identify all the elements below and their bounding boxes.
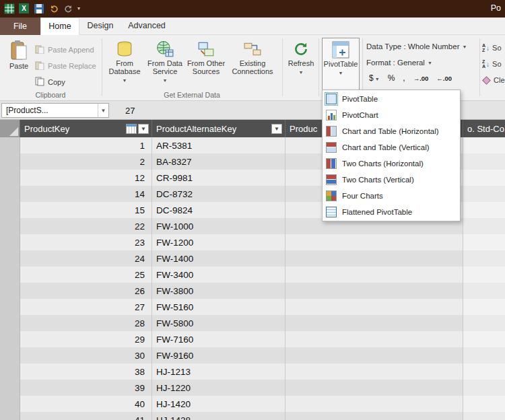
name-box[interactable]: [ProductS... ▼ <box>1 103 109 118</box>
menu-item-two-charts-v[interactable]: Two Charts (Vertical) <box>323 172 460 188</box>
cell-empty[interactable] <box>463 380 505 396</box>
menu-item-pivotchart[interactable]: PivotChart <box>323 107 460 123</box>
cell-productkey[interactable]: 30 <box>20 347 152 363</box>
sort-asc-button[interactable]: AZ↓ So <box>482 40 505 55</box>
cell-productkey[interactable]: 23 <box>20 234 152 250</box>
cell-productalternatekey[interactable]: FW-3800 <box>152 283 285 299</box>
row-selector[interactable] <box>0 153 20 170</box>
cell-productkey[interactable]: 28 <box>20 315 152 331</box>
cell-productalternatekey[interactable]: FW-1200 <box>152 234 285 250</box>
menu-item-four-charts[interactable]: Four Charts <box>323 188 460 204</box>
table-row[interactable]: 26FW-3800 <box>0 283 505 299</box>
existing-connections-button[interactable]: Existing Connections <box>229 38 276 75</box>
menu-item-two-charts-h[interactable]: Two Charts (Horizontal) <box>323 155 460 172</box>
format-dropdown[interactable]: Format : General ▼ <box>366 59 432 67</box>
menu-item-flattened-pivottable[interactable]: Flattened PivotTable <box>323 204 460 220</box>
cell-empty[interactable] <box>463 137 505 153</box>
app-icon[interactable] <box>3 3 15 14</box>
table-row[interactable]: 40HJ-1420 <box>0 396 505 412</box>
currency-button[interactable]: $▼ <box>369 73 380 83</box>
cell-empty[interactable] <box>463 299 505 315</box>
from-data-service-button[interactable]: From Data Service ▼ <box>145 38 184 85</box>
cell-empty[interactable] <box>463 170 505 186</box>
cell-productalternatekey[interactable]: FW-3400 <box>152 267 285 283</box>
save-icon[interactable] <box>33 3 44 14</box>
tab-home[interactable]: Home <box>40 18 79 35</box>
cell-productalternatekey[interactable]: FW-7160 <box>152 331 285 347</box>
table-row[interactable]: 39HJ-1220 <box>0 380 505 396</box>
refresh-button[interactable]: Refresh ▼ <box>285 38 316 77</box>
table-row[interactable]: 29FW-7160 <box>0 331 505 347</box>
cell-productkey[interactable]: 15 <box>20 202 152 218</box>
cell-empty[interactable] <box>463 153 505 170</box>
table-row[interactable]: 30FW-9160 <box>0 347 505 363</box>
cell-productalternatekey[interactable]: FW-9160 <box>152 347 285 363</box>
tab-file[interactable]: File <box>0 18 40 35</box>
filter-dropdown-icon[interactable]: ▼ <box>271 124 282 134</box>
cell-empty[interactable] <box>285 283 463 299</box>
table-row[interactable]: 25FW-3400 <box>0 267 505 283</box>
excel-icon[interactable]: X <box>18 3 30 14</box>
row-selector[interactable] <box>0 315 20 331</box>
cell-productalternatekey[interactable]: HJ-1420 <box>152 396 285 412</box>
row-selector[interactable] <box>0 186 20 202</box>
cell-productalternatekey[interactable]: HJ-1428 <box>152 412 285 420</box>
row-selector[interactable] <box>0 170 20 186</box>
cell-productkey[interactable]: 39 <box>20 380 152 396</box>
cell-productkey[interactable]: 12 <box>20 170 152 186</box>
row-selector[interactable] <box>0 363 20 380</box>
row-selector[interactable] <box>0 347 20 363</box>
cell-productalternatekey[interactable]: HJ-1220 <box>152 380 285 396</box>
menu-item-chart-table-h[interactable]: Chart and Table (Horizontal) <box>323 123 460 139</box>
cell-empty[interactable] <box>463 202 505 218</box>
cell-productkey[interactable]: 24 <box>20 250 152 267</box>
cell-productkey[interactable]: 26 <box>20 283 152 299</box>
cell-productalternatekey[interactable]: FW-1400 <box>152 250 285 267</box>
tab-advanced[interactable]: Advanced <box>121 18 172 35</box>
table-row[interactable]: 41HJ-1428 <box>0 412 505 420</box>
chevron-down-icon[interactable]: ▼ <box>98 104 108 117</box>
cell-productkey[interactable]: 1 <box>20 137 152 153</box>
table-row[interactable]: 28FW-5800 <box>0 315 505 331</box>
cell-empty[interactable] <box>463 267 505 283</box>
redo-icon[interactable] <box>63 3 74 14</box>
tab-design[interactable]: Design <box>79 18 121 35</box>
cell-productkey[interactable]: 22 <box>20 218 152 234</box>
cell-productalternatekey[interactable]: DC-9824 <box>152 202 285 218</box>
pivottable-button[interactable]: PivotTable ▼ <box>322 38 360 97</box>
row-selector[interactable] <box>0 234 20 250</box>
table-row[interactable]: 38HJ-1213 <box>0 363 505 380</box>
qat-dropdown-icon[interactable]: ▾ <box>77 5 80 11</box>
cell-productkey[interactable]: 25 <box>20 267 152 283</box>
cell-empty[interactable] <box>285 267 463 283</box>
cell-empty[interactable] <box>463 250 505 267</box>
cell-empty[interactable] <box>285 380 463 396</box>
row-selector[interactable] <box>0 283 20 299</box>
cell-productkey[interactable]: 38 <box>20 363 152 380</box>
paste-button[interactable]: Paste <box>4 38 34 70</box>
cell-empty[interactable] <box>463 396 505 412</box>
from-other-sources-button[interactable]: From Other Sources <box>186 38 226 75</box>
cell-productalternatekey[interactable]: FW-1000 <box>152 218 285 234</box>
cell-productalternatekey[interactable]: HJ-1213 <box>152 363 285 380</box>
row-selector[interactable] <box>0 267 20 283</box>
cell-empty[interactable] <box>285 396 463 412</box>
copy-button[interactable]: Copy <box>35 75 101 90</box>
menu-item-chart-table-v[interactable]: Chart and Table (Vertical) <box>323 139 460 155</box>
cell-empty[interactable] <box>463 331 505 347</box>
data-type-dropdown[interactable]: Data Type : Whole Number ▼ <box>366 42 467 50</box>
table-row[interactable]: 23FW-1200 <box>0 234 505 250</box>
cell-empty[interactable] <box>285 299 463 315</box>
comma-button[interactable]: , <box>403 73 405 83</box>
cell-productalternatekey[interactable]: DC-8732 <box>152 186 285 202</box>
cell-empty[interactable] <box>463 412 505 420</box>
cell-empty[interactable] <box>285 363 463 380</box>
cell-empty[interactable] <box>285 412 463 420</box>
cell-productalternatekey[interactable]: FW-5160 <box>152 299 285 315</box>
increase-decimal-button[interactable]: →.00 <box>413 75 429 82</box>
cell-productkey[interactable]: 2 <box>20 153 152 170</box>
cell-empty[interactable] <box>463 218 505 234</box>
row-selector[interactable] <box>0 218 20 234</box>
row-selector[interactable] <box>0 202 20 218</box>
row-selector[interactable] <box>0 380 20 396</box>
